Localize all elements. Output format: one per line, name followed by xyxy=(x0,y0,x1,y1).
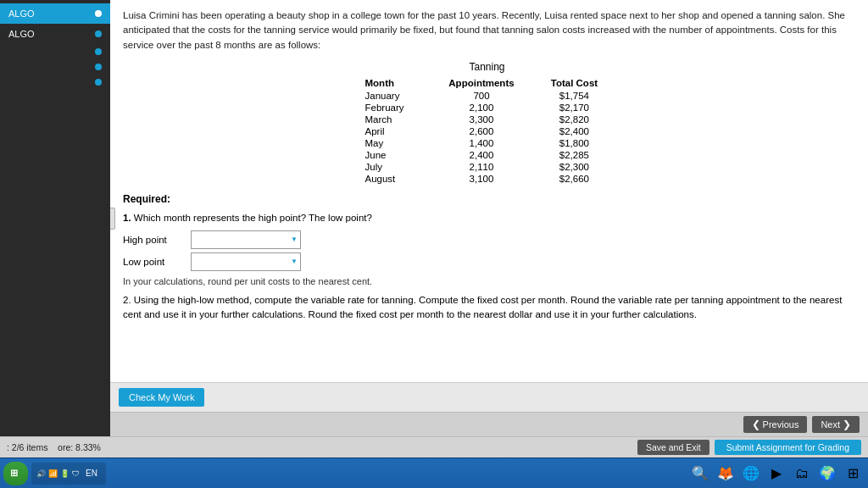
table-row: August3,100$2,660 xyxy=(360,173,615,185)
col-appointments: Appointments xyxy=(429,76,535,90)
taskbar-right: 🔍 🦊 🌐 ▶ 🗂 🌍 ⊞ xyxy=(688,462,865,485)
required-label: Required: xyxy=(123,193,851,205)
sidebar-label-2: ALGO xyxy=(8,29,35,39)
question-1: 1. Which month represents the high point… xyxy=(123,210,851,225)
sidebar-label-1: ALGO xyxy=(8,8,35,19)
taskbar-app-2[interactable]: 🦊 xyxy=(714,462,737,485)
next-label: Next xyxy=(821,419,840,430)
table-cell: August xyxy=(360,173,429,185)
table-cell: $2,300 xyxy=(534,161,614,173)
q2-text: Using the high-low method, compute the v… xyxy=(123,295,842,319)
taskbar-app-4[interactable]: ▶ xyxy=(765,462,788,485)
sidebar-dot-5 xyxy=(95,79,102,86)
main-content-panel: ‹ Luisa Crimini has been operating a bea… xyxy=(110,0,868,436)
shield-icon: 🛡 xyxy=(72,469,80,478)
taskbar-app-6[interactable]: 🌍 xyxy=(815,462,839,485)
question-2: 2. Using the high-low method, compute th… xyxy=(123,293,851,323)
taskbar-app-7[interactable]: ⊞ xyxy=(841,462,865,485)
table-cell: 2,100 xyxy=(429,102,535,114)
col-total-cost: Total Cost xyxy=(534,76,614,90)
sidebar-item-algo-1[interactable]: ALGO xyxy=(0,3,110,24)
q1-number: 1. xyxy=(123,213,131,223)
table-cell: July xyxy=(360,161,429,173)
submit-button[interactable]: Submit Assignment for Grading xyxy=(715,440,861,455)
table-cell: $2,820 xyxy=(534,114,614,125)
table-cell: $1,800 xyxy=(534,137,614,149)
status-bar: : 2/6 items ore: 8.33% Save and Exit Sub… xyxy=(0,436,868,458)
low-point-dropdown-wrapper: January February March April May June Ju… xyxy=(191,252,301,271)
main-container: ALGO ALGO ‹ Luisa Crimini has b xyxy=(0,0,868,488)
table-cell: 3,300 xyxy=(429,114,535,125)
next-button[interactable]: Next ❯ xyxy=(812,416,860,433)
sidebar-dot-4 xyxy=(95,64,102,70)
table-cell: $2,285 xyxy=(534,149,614,161)
check-my-work-button[interactable]: Check My Work xyxy=(119,388,204,407)
data-table: Month Appointments Total Cost January700… xyxy=(360,76,615,185)
table-cell: 1,400 xyxy=(429,137,535,149)
status-left: : 2/6 items ore: 8.33% xyxy=(7,442,101,452)
table-cell: 2,110 xyxy=(429,161,535,173)
sidebar-item-5[interactable] xyxy=(0,75,110,90)
table-row: February2,100$2,170 xyxy=(360,102,615,114)
q1-text: Which month represents the high point? T… xyxy=(134,213,372,223)
tanning-table: Tanning Month Appointments Total Cost Ja… xyxy=(360,61,615,185)
table-row: April2,600$2,400 xyxy=(360,125,615,137)
taskbar: ⊞ 🔊 📶 🔋 🛡 EN 🔍 🦊 🌐 ▶ 🗂 🌍 ⊞ xyxy=(0,458,868,488)
table-title: Tanning xyxy=(360,61,615,73)
table-cell: $2,170 xyxy=(534,102,614,114)
table-cell: January xyxy=(360,90,429,102)
table-cell: $2,660 xyxy=(534,173,614,185)
sidebar-dot-2 xyxy=(95,30,102,37)
taskbar-app-5[interactable]: 🗂 xyxy=(790,462,814,485)
start-button[interactable]: ⊞ xyxy=(3,462,28,485)
table-cell: 3,100 xyxy=(429,173,535,185)
collapse-button[interactable]: ‹ xyxy=(110,208,115,230)
tray-area: 🔊 📶 🔋 🛡 EN xyxy=(31,463,106,485)
table-row: January700$1,754 xyxy=(360,90,615,102)
bottom-bar: Check My Work xyxy=(110,382,868,412)
table-cell: March xyxy=(360,114,429,125)
low-point-select[interactable]: January February March April May June Ju… xyxy=(191,252,301,271)
intro-text: Luisa Crimini has been operating a beaut… xyxy=(123,8,851,53)
previous-label: Previous xyxy=(763,419,799,430)
sidebar-item-4[interactable] xyxy=(0,59,110,75)
previous-arrow-icon: ❮ xyxy=(752,419,760,430)
sidebar: ALGO ALGO xyxy=(0,0,110,436)
taskbar-app-3[interactable]: 🌐 xyxy=(739,462,763,485)
score-value: : 2/6 items xyxy=(7,442,47,452)
content-area: ALGO ALGO ‹ Luisa Crimini has b xyxy=(0,0,868,436)
scroll-area[interactable]: Luisa Crimini has been operating a beaut… xyxy=(110,0,868,382)
signal-icon: 📶 xyxy=(48,469,58,478)
sidebar-dot-3 xyxy=(95,48,102,55)
table-cell: $1,754 xyxy=(534,90,614,102)
next-arrow-icon: ❯ xyxy=(843,419,851,430)
taskbar-left: ⊞ 🔊 📶 🔋 🛡 EN xyxy=(3,462,685,485)
save-and-exit-button[interactable]: Save and Exit xyxy=(637,440,709,455)
table-row: June2,400$2,285 xyxy=(360,149,615,161)
table-cell: $2,400 xyxy=(534,125,614,137)
nav-bar: ❮ Previous Next ❯ xyxy=(110,412,868,436)
table-cell: May xyxy=(360,137,429,149)
col-month: Month xyxy=(360,76,429,90)
high-point-select[interactable]: January February March April May June Ju… xyxy=(191,230,301,249)
status-right: Save and Exit Submit Assignment for Grad… xyxy=(637,440,861,455)
table-cell: 700 xyxy=(429,90,535,102)
low-point-row: Low point January February March April M… xyxy=(123,252,851,271)
note-text: In your calculations, round per unit cos… xyxy=(123,276,851,286)
taskbar-app-1[interactable]: 🔍 xyxy=(688,462,712,485)
volume-icon: 🔊 xyxy=(36,469,46,478)
high-point-label: High point xyxy=(123,235,191,245)
sidebar-item-algo-2[interactable]: ALGO xyxy=(0,24,110,44)
high-point-row: High point January February March April … xyxy=(123,230,851,249)
battery-icon: 🔋 xyxy=(60,469,70,478)
table-row: March3,300$2,820 xyxy=(360,114,615,125)
table-row: July2,110$2,300 xyxy=(360,161,615,173)
previous-button[interactable]: ❮ Previous xyxy=(743,416,808,433)
sidebar-dot-1 xyxy=(95,10,102,17)
language-button[interactable]: EN xyxy=(82,469,101,478)
windows-icon: ⊞ xyxy=(10,468,18,479)
percent-value: ore: 8.33% xyxy=(58,442,101,452)
sidebar-item-3[interactable] xyxy=(0,44,110,59)
table-cell: February xyxy=(360,102,429,114)
table-cell: June xyxy=(360,149,429,161)
